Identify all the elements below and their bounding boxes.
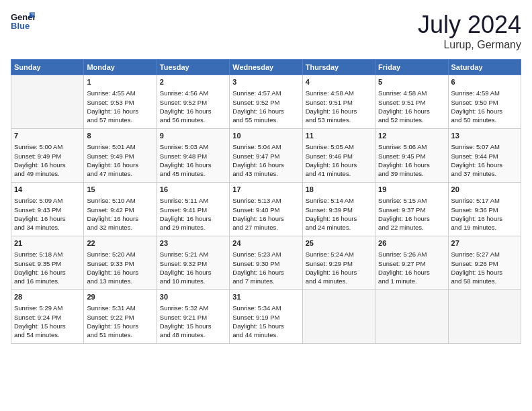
day-info-line: Sunset: 9:37 PM [378,205,445,214]
day-info-line: and 57 minutes. [87,116,153,124]
day-info-line: Daylight: 16 hours [14,268,81,277]
day-info-line: Sunrise: 4:55 AM [87,89,153,97]
day-info-line: and 49 minutes. [14,169,81,178]
day-number: 18 [306,185,372,195]
day-header-monday: Monday [84,60,157,75]
day-number: 6 [451,77,518,87]
day-info-line: Sunset: 9:50 PM [451,98,518,107]
day-info-line: Sunset: 9:32 PM [160,259,226,268]
calendar-cell: 11Sunrise: 5:05 AMSunset: 9:46 PMDayligh… [302,129,375,183]
day-info-line: Sunrise: 5:20 AM [87,250,153,259]
day-info-line: Daylight: 16 hours [14,161,81,169]
location: Lurup, Germany [418,39,521,51]
day-info-line: and 55 minutes. [232,116,299,124]
day-info-line: Sunrise: 5:04 AM [232,142,299,151]
calendar-cell: 15Sunrise: 5:10 AMSunset: 9:42 PMDayligh… [84,183,157,236]
day-info-line: and 37 minutes. [451,169,518,178]
day-info-line: Sunrise: 4:58 AM [378,89,445,97]
day-info-line: and 58 minutes. [451,277,518,285]
day-number: 27 [451,238,518,248]
day-info-line: Sunset: 9:41 PM [160,205,226,214]
calendar-cell: 27Sunrise: 5:27 AMSunset: 9:26 PMDayligh… [448,236,521,290]
week-row-3: 14Sunrise: 5:09 AMSunset: 9:43 PMDayligh… [11,183,521,236]
day-info-line: and 48 minutes. [160,330,226,339]
calendar-table: SundayMondayTuesdayWednesdayThursdayFrid… [11,59,521,344]
day-info-line: Daylight: 16 hours [14,214,81,223]
day-number: 30 [160,292,226,302]
week-row-1: 1Sunrise: 4:55 AMSunset: 9:53 PMDaylight… [11,75,521,129]
day-info-line: Daylight: 16 hours [232,161,299,169]
day-number: 17 [232,185,299,195]
day-number: 5 [378,77,445,87]
day-info-line: Sunrise: 4:56 AM [160,89,226,97]
day-info-line: Daylight: 16 hours [306,107,372,116]
day-info-line: Sunset: 9:44 PM [451,152,518,161]
day-number: 16 [160,185,226,195]
day-info-line: Sunset: 9:22 PM [87,313,153,322]
day-number: 2 [160,77,226,87]
day-info-line: Sunrise: 5:14 AM [306,196,372,205]
day-info-line: Sunset: 9:49 PM [87,152,153,161]
calendar-cell: 1Sunrise: 4:55 AMSunset: 9:53 PMDaylight… [84,75,157,129]
day-info-line: Sunrise: 5:21 AM [160,250,226,259]
day-info-line: and 51 minutes. [87,330,153,339]
day-info-line: Daylight: 16 hours [232,107,299,116]
day-info-line: Sunset: 9:19 PM [232,313,299,322]
day-info-line: Sunset: 9:40 PM [232,205,299,214]
day-info-line: and 41 minutes. [306,169,372,178]
day-info-line: Daylight: 16 hours [451,214,518,223]
day-number: 8 [87,131,153,141]
day-info-line: Sunset: 9:47 PM [232,152,299,161]
day-info-line: Sunrise: 5:06 AM [378,142,445,151]
week-row-4: 21Sunrise: 5:18 AMSunset: 9:35 PMDayligh… [11,236,521,290]
day-info-line: Daylight: 15 hours [160,322,226,330]
calendar-cell: 31Sunrise: 5:34 AMSunset: 9:19 PMDayligh… [230,290,302,344]
calendar-cell: 14Sunrise: 5:09 AMSunset: 9:43 PMDayligh… [11,183,84,236]
calendar-cell: 10Sunrise: 5:04 AMSunset: 9:47 PMDayligh… [230,129,302,183]
day-info-line: Sunset: 9:51 PM [306,98,372,107]
day-info-line: and 1 minute. [378,277,445,285]
calendar-cell: 29Sunrise: 5:31 AMSunset: 9:22 PMDayligh… [84,290,157,344]
day-number: 23 [160,238,226,248]
day-info-line: Daylight: 16 hours [232,268,299,277]
day-info-line: and 50 minutes. [451,116,518,124]
day-info-line: Sunset: 9:29 PM [306,259,372,268]
day-info-line: Sunrise: 5:32 AM [160,304,226,312]
day-info-line: Sunrise: 4:57 AM [232,89,299,97]
day-info-line: Sunrise: 5:11 AM [160,196,226,205]
day-info-line: Sunrise: 5:10 AM [87,196,153,205]
calendar-cell: 25Sunrise: 5:24 AMSunset: 9:29 PMDayligh… [302,236,375,290]
calendar-cell: 5Sunrise: 4:58 AMSunset: 9:51 PMDaylight… [375,75,448,129]
day-number: 21 [14,238,81,248]
day-info-line: Sunrise: 5:05 AM [306,142,372,151]
day-info-line: Sunrise: 5:15 AM [378,196,445,205]
day-number: 22 [87,238,153,248]
calendar-cell: 17Sunrise: 5:13 AMSunset: 9:40 PMDayligh… [230,183,302,236]
svg-text:Blue: Blue [11,21,30,31]
day-number: 26 [378,238,445,248]
day-number: 28 [14,292,81,302]
week-row-2: 7Sunrise: 5:00 AMSunset: 9:49 PMDaylight… [11,129,521,183]
day-info-line: Daylight: 16 hours [87,107,153,116]
day-info-line: and 34 minutes. [14,223,81,232]
day-info-line: Daylight: 16 hours [87,161,153,169]
day-info-line: Daylight: 16 hours [451,107,518,116]
day-info-line: Daylight: 16 hours [378,214,445,223]
day-number: 9 [160,131,226,141]
day-info-line: and 24 minutes. [306,223,372,232]
day-info-line: Daylight: 16 hours [451,161,518,169]
logo: General Blue [11,11,35,31]
calendar-cell [11,75,84,129]
day-header-thursday: Thursday [302,60,375,75]
day-number: 31 [232,292,299,302]
day-info-line: Sunset: 9:49 PM [14,152,81,161]
day-info-line: and 27 minutes. [232,223,299,232]
logo-icon: General Blue [11,11,35,31]
day-info-line: and 39 minutes. [378,169,445,178]
day-info-line: Daylight: 16 hours [378,161,445,169]
day-number: 1 [87,77,153,87]
calendar-cell: 30Sunrise: 5:32 AMSunset: 9:21 PMDayligh… [157,290,229,344]
day-info-line: Daylight: 16 hours [160,107,226,116]
day-header-friday: Friday [375,60,448,75]
day-info-line: and 54 minutes. [14,330,81,339]
